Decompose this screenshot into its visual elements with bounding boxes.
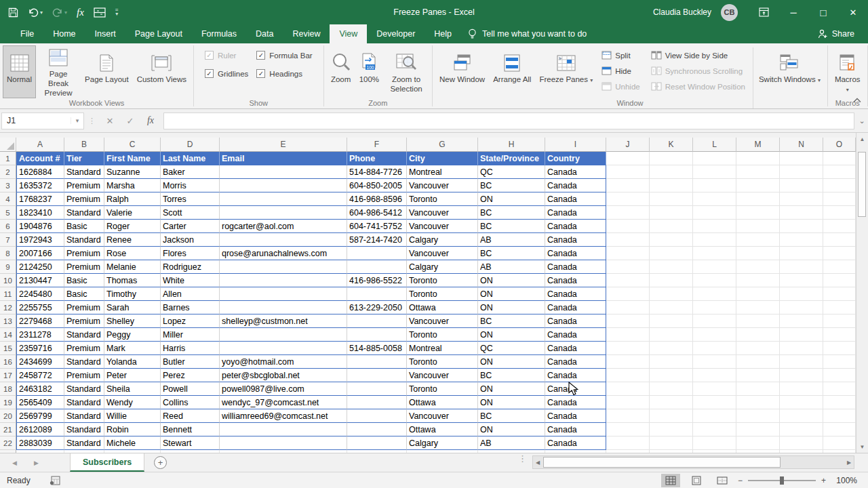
cell-O17[interactable] — [823, 369, 856, 382]
arrange-all-button[interactable]: Arrange All — [489, 45, 535, 98]
sheet-nav-left-icon[interactable]: ◀ — [12, 453, 17, 472]
cell-C20[interactable]: Willie — [104, 409, 161, 423]
vertical-scrollbar[interactable]: ▲ ▼ — [856, 133, 868, 453]
cell-L7[interactable] — [693, 233, 736, 247]
cell-H20[interactable]: BC — [478, 409, 545, 423]
cell-A8[interactable]: 2007166 — [16, 247, 64, 260]
cell-L22[interactable] — [693, 436, 736, 450]
zoom-100-button[interactable]: 100 100% — [355, 45, 383, 98]
column-header-A[interactable]: A — [16, 138, 64, 152]
cell-G1[interactable]: City — [407, 152, 478, 165]
cell-G8[interactable]: Vancouver — [407, 247, 478, 260]
zoom-level[interactable]: 100% — [836, 476, 857, 485]
cell-G3[interactable]: Vancouver — [407, 179, 478, 192]
name-box[interactable]: J1 ▾ — [1, 113, 84, 129]
cell-I16[interactable]: Canada — [545, 355, 606, 369]
cell-J21[interactable] — [606, 423, 650, 436]
cell-N19[interactable] — [780, 396, 823, 409]
select-all-corner[interactable] — [0, 138, 16, 152]
cell-O22[interactable] — [823, 436, 856, 450]
column-header-F[interactable]: F — [347, 138, 407, 152]
normal-view-shortcut-icon[interactable] — [661, 474, 680, 487]
row-header-4[interactable]: 4 — [0, 192, 16, 206]
new-sheet-button[interactable]: + — [154, 456, 167, 469]
cell-M7[interactable] — [736, 233, 780, 247]
cell-K4[interactable] — [650, 192, 693, 206]
cell-F2[interactable]: 514-884-7726 — [347, 165, 407, 179]
expand-formula-bar-icon[interactable]: ⌄ — [856, 117, 868, 125]
cell-J13[interactable] — [606, 314, 650, 328]
cell-O20[interactable] — [823, 409, 856, 423]
tell-me-box[interactable]: Tell me what you want to do — [468, 24, 587, 43]
cell-H11[interactable]: ON — [478, 287, 545, 301]
cell-D15[interactable]: Harris — [161, 342, 220, 355]
cell-H2[interactable]: QC — [478, 165, 545, 179]
row-header-21[interactable]: 21 — [0, 423, 16, 436]
cell-A5[interactable]: 1823410 — [16, 206, 64, 220]
cell-B13[interactable]: Premium — [64, 314, 104, 328]
cell-E11[interactable] — [220, 287, 347, 301]
cell-N22[interactable] — [780, 436, 823, 450]
cell-D17[interactable]: Perez — [161, 369, 220, 382]
row-header-22[interactable]: 22 — [0, 436, 16, 450]
cell-E8[interactable]: qrose@arunachalnews.com — [220, 247, 347, 260]
cell-F15[interactable]: 514-885-0058 — [347, 342, 407, 355]
cell-O18[interactable] — [823, 382, 856, 396]
cell-J16[interactable] — [606, 355, 650, 369]
cell-G15[interactable]: Montreal — [407, 342, 478, 355]
cell-L16[interactable] — [693, 355, 736, 369]
cell-L8[interactable] — [693, 247, 736, 260]
user-name[interactable]: Claudia Buckley — [653, 7, 711, 17]
cell-D18[interactable]: Powell — [161, 382, 220, 396]
cell-J20[interactable] — [606, 409, 650, 423]
cell-B14[interactable]: Standard — [64, 328, 104, 342]
column-header-J[interactable]: J — [606, 138, 650, 152]
cell-K9[interactable] — [650, 260, 693, 274]
cell-C8[interactable]: Rose — [104, 247, 161, 260]
cell-D21[interactable]: Bennett — [161, 423, 220, 436]
cell-G11[interactable]: Toronto — [407, 287, 478, 301]
ribbon-tab-home[interactable]: Home — [43, 24, 85, 43]
name-box-caret-icon[interactable]: ▾ — [71, 117, 83, 124]
cell-J14[interactable] — [606, 328, 650, 342]
cell-K11[interactable] — [650, 287, 693, 301]
ribbon-tab-view[interactable]: View — [330, 24, 367, 43]
cell-I5[interactable]: Canada — [545, 206, 606, 220]
cell-K5[interactable] — [650, 206, 693, 220]
view-side-by-side-button[interactable]: View Side by Side — [649, 47, 747, 63]
cell-G18[interactable]: Toronto — [407, 382, 478, 396]
gridlines-checkbox-box[interactable]: ✓ — [205, 69, 214, 78]
cell-K14[interactable] — [650, 328, 693, 342]
cell-E4[interactable] — [220, 192, 347, 206]
macros-button[interactable]: Macros▾ — [831, 45, 865, 98]
cell-C6[interactable]: Roger — [104, 220, 161, 233]
cell-K3[interactable] — [650, 179, 693, 192]
cell-G9[interactable]: Calgary — [407, 260, 478, 274]
cell-N16[interactable] — [780, 355, 823, 369]
insert-function-fx-icon[interactable]: fx — [140, 115, 161, 126]
row-header-18[interactable]: 18 — [0, 382, 16, 396]
row-header-11[interactable]: 11 — [0, 287, 16, 301]
cell-A6[interactable]: 1904876 — [16, 220, 64, 233]
page-layout-button[interactable]: Page Layout — [81, 45, 133, 98]
scroll-up-icon[interactable]: ▲ — [856, 133, 868, 145]
freeze-panes-button[interactable]: Freeze Panes ▾ — [535, 45, 597, 98]
cell-C18[interactable]: Sheila — [104, 382, 161, 396]
row-header-6[interactable]: 6 — [0, 220, 16, 233]
cell-N13[interactable] — [780, 314, 823, 328]
ribbon-tab-page-layout[interactable]: Page Layout — [125, 24, 192, 43]
cell-D14[interactable]: Miller — [161, 328, 220, 342]
cell-D19[interactable]: Collins — [161, 396, 220, 409]
cell-M2[interactable] — [736, 165, 780, 179]
column-header-B[interactable]: B — [64, 138, 104, 152]
cell-D13[interactable]: Lopez — [161, 314, 220, 328]
cell-L20[interactable] — [693, 409, 736, 423]
cell-F17[interactable] — [347, 369, 407, 382]
ribbon-tab-insert[interactable]: Insert — [85, 24, 125, 43]
cell-C3[interactable]: Marsha — [104, 179, 161, 192]
cell-M11[interactable] — [736, 287, 780, 301]
column-header-D[interactable]: D — [161, 138, 220, 152]
cell-B11[interactable]: Basic — [64, 287, 104, 301]
cell-E1[interactable]: Email — [220, 152, 347, 165]
cell-G13[interactable]: Vancouver — [407, 314, 478, 328]
